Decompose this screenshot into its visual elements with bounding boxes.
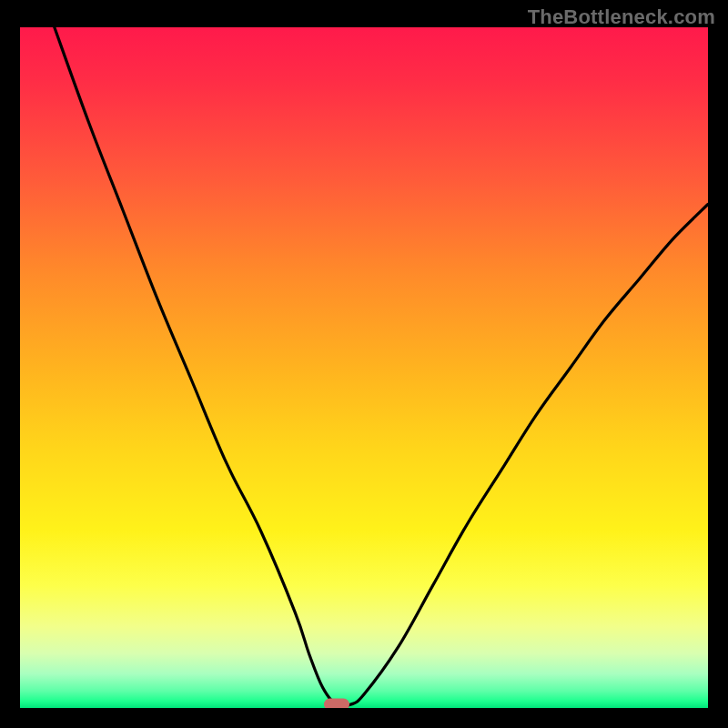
chart-frame: TheBottleneck.com [0,0,728,728]
bottleneck-curve-svg [20,27,708,708]
optimum-marker [324,699,349,708]
bottleneck-curve [55,27,708,706]
watermark-text: TheBottleneck.com [528,5,715,29]
plot-area [20,27,708,708]
